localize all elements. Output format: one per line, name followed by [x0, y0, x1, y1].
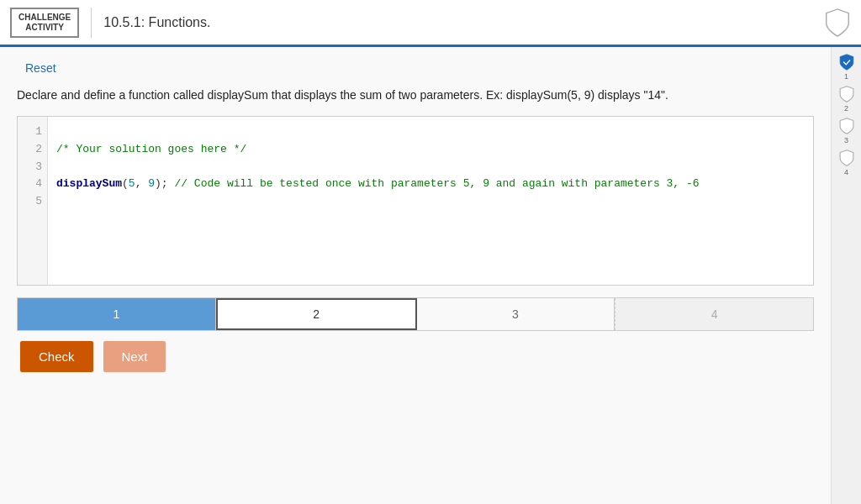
code-line-1	[56, 123, 805, 141]
header: CHALLENGE ACTIVITY 10.5.1: Functions.	[0, 0, 861, 47]
action-buttons: Check Next	[17, 341, 814, 372]
sidebar-step-1-label: 1	[844, 72, 848, 81]
code-line-2: /* Your solution goes here */	[56, 141, 805, 159]
next-button[interactable]: Next	[103, 341, 166, 372]
step-tabs: 1 2 3 4	[17, 297, 814, 331]
line-numbers: 1 2 3 4 5	[18, 117, 48, 285]
challenge-activity-badge: CHALLENGE ACTIVITY	[10, 8, 79, 38]
code-line-3	[56, 159, 805, 176]
step-tab-2[interactable]: 2	[216, 298, 417, 330]
sidebar-step-4[interactable]: 4	[835, 150, 858, 176]
sidebar-step-3-icon	[837, 118, 857, 134]
sidebar-step-3[interactable]: 3	[835, 118, 858, 144]
sidebar-step-1-icon	[837, 54, 857, 71]
main-layout: Reset Declare and define a function call…	[0, 47, 861, 504]
right-sidebar: 1 2 3 4	[831, 47, 861, 504]
step-tab-1[interactable]: 1	[18, 298, 216, 330]
code-line-5	[56, 193, 805, 211]
sidebar-step-4-label: 4	[844, 168, 848, 176]
code-editor[interactable]: 1 2 3 4 5 /* Your solution goes here */ …	[17, 116, 814, 286]
step-tab-3[interactable]: 3	[417, 298, 615, 330]
reset-button[interactable]: Reset	[25, 61, 56, 75]
code-line-4: displaySum(5, 9); // Code will be tested…	[56, 176, 805, 193]
check-button[interactable]: Check	[20, 341, 93, 372]
page-title: 10.5.1: Functions.	[103, 15, 210, 30]
sidebar-step-1[interactable]: 1	[835, 54, 858, 81]
code-content[interactable]: /* Your solution goes here */ displaySum…	[48, 117, 813, 285]
sidebar-step-3-label: 3	[844, 136, 848, 144]
header-divider	[91, 8, 92, 38]
sidebar-step-2[interactable]: 2	[835, 86, 858, 113]
header-shield-icon	[824, 8, 851, 38]
sidebar-step-2-label: 2	[844, 104, 848, 113]
step-tab-4[interactable]: 4	[615, 298, 813, 330]
sidebar-step-4-icon	[837, 150, 857, 166]
content-area: Reset Declare and define a function call…	[0, 47, 831, 504]
sidebar-step-2-icon	[837, 86, 857, 102]
instruction-text: Declare and define a function called dis…	[17, 87, 814, 104]
